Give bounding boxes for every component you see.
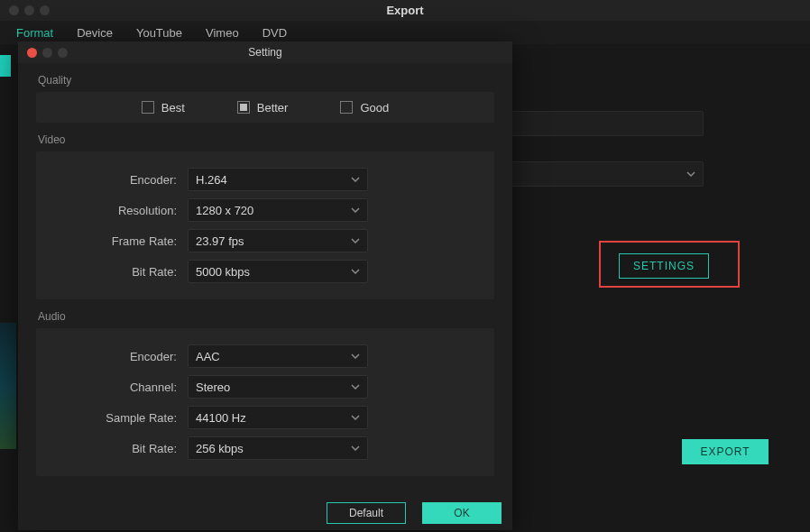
select-value: 44100 Hz [196, 411, 246, 425]
resolution-select[interactable] [505, 161, 704, 187]
checkbox-icon [142, 101, 154, 114]
video-framerate-select[interactable]: 23.97 fps [188, 229, 368, 252]
settings-highlight: SETTINGS [599, 241, 740, 288]
row-label: Bit Rate: [36, 265, 188, 279]
audio-samplerate-row: Sample Rate: 44100 Hz [36, 402, 480, 433]
video-encoder-select[interactable]: H.264 [188, 168, 368, 191]
audio-encoder-select[interactable]: AAC [188, 344, 368, 368]
tab-dvd[interactable]: DVD [262, 26, 287, 40]
quality-option-better[interactable]: Better [237, 101, 289, 115]
chevron-down-icon [686, 171, 695, 177]
quality-option-label: Good [360, 101, 389, 115]
quality-option-best[interactable]: Best [142, 101, 185, 115]
audio-samplerate-select[interactable]: 44100 Hz [188, 406, 368, 429]
select-value: 256 kbps [196, 442, 244, 455]
settings-title: Setting [18, 46, 512, 59]
main-titlebar: Export [0, 0, 810, 21]
chevron-down-icon [351, 177, 360, 182]
chevron-down-icon [351, 415, 360, 420]
chevron-down-icon [351, 238, 360, 243]
video-bitrate-row: Bit Rate: 5000 kbps [36, 256, 480, 287]
select-value: Stereo [196, 381, 230, 394]
settings-footer: Default OK [18, 496, 512, 530]
row-label: Resolution: [36, 204, 188, 217]
select-value: 1280 x 720 [196, 204, 253, 217]
video-bitrate-select[interactable]: 5000 kbps [188, 260, 368, 283]
row-label: Sample Rate: [36, 411, 188, 425]
timeline-thumbnail [0, 323, 16, 449]
default-button[interactable]: Default [327, 502, 406, 524]
export-button[interactable]: EXPORT [682, 439, 769, 464]
video-label: Video [18, 123, 512, 151]
video-resolution-row: Resolution: 1280 x 720 [36, 195, 480, 225]
settings-button[interactable]: SETTINGS [619, 253, 709, 279]
video-panel: Encoder: H.264 Resolution: 1280 x 720 Fr… [36, 151, 494, 299]
ok-button[interactable]: OK [422, 502, 502, 524]
video-framerate-row: Frame Rate: 23.97 fps [36, 225, 480, 256]
audio-channel-select[interactable]: Stereo [188, 375, 368, 399]
checkbox-icon [237, 101, 250, 114]
row-label: Encoder: [36, 173, 188, 187]
tab-device[interactable]: Device [77, 26, 113, 40]
select-value: H.264 [196, 173, 227, 187]
audio-bitrate-select[interactable]: 256 kbps [188, 436, 368, 460]
name-input[interactable] [505, 111, 704, 136]
tab-format[interactable]: Format [16, 26, 53, 40]
audio-encoder-row: Encoder: AAC [36, 341, 480, 371]
quality-option-good[interactable]: Good [340, 101, 389, 115]
quality-option-label: Better [257, 101, 289, 115]
chevron-down-icon [351, 207, 360, 213]
video-resolution-select[interactable]: 1280 x 720 [188, 198, 368, 222]
audio-panel: Encoder: AAC Channel: Stereo Sample Rate… [36, 328, 494, 476]
checkbox-fill-icon [240, 104, 247, 111]
tab-vimeo[interactable]: Vimeo [206, 26, 239, 40]
quality-option-label: Best [161, 101, 185, 115]
row-label: Encoder: [36, 350, 188, 363]
row-label: Bit Rate: [36, 442, 188, 455]
format-list-selection [0, 55, 11, 77]
select-value: 23.97 fps [196, 234, 244, 248]
settings-window: Setting Quality Best Better Good Video E… [18, 41, 512, 530]
select-value: AAC [196, 350, 220, 363]
video-encoder-row: Encoder: H.264 [36, 164, 480, 195]
select-value: 5000 kbps [196, 265, 250, 279]
quality-label: Quality [18, 63, 512, 92]
row-label: Frame Rate: [36, 234, 188, 248]
chevron-down-icon [351, 353, 360, 359]
tab-youtube[interactable]: YouTube [136, 26, 182, 40]
chevron-down-icon [351, 445, 360, 451]
audio-label: Audio [18, 299, 512, 328]
row-label: Channel: [36, 381, 188, 394]
chevron-down-icon [351, 269, 360, 274]
audio-bitrate-row: Bit Rate: 256 kbps [36, 433, 480, 463]
audio-channel-row: Channel: Stereo [36, 371, 480, 402]
settings-titlebar: Setting [18, 41, 512, 63]
chevron-down-icon [351, 384, 360, 390]
quality-panel: Best Better Good [36, 92, 494, 123]
checkbox-icon [340, 101, 353, 114]
window-title: Export [0, 4, 810, 17]
